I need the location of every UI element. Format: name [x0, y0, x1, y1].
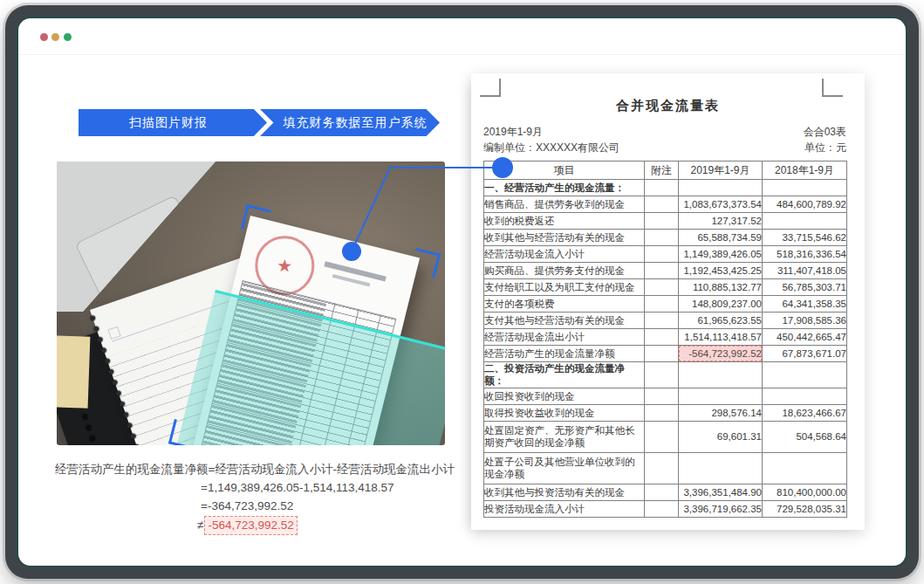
traffic-light-minimize-button[interactable]	[51, 33, 59, 41]
table-row: 处置子公司及其他营业单位收到的现金净额	[484, 452, 847, 484]
table-row: 收到其他与经营活动有关的现金65,588,734.5933,715,546.62	[484, 230, 847, 246]
window-frame: 扫描图片财报 填充财务数据至用户系统 ★	[5, 5, 919, 579]
table-cell: 298,576.14	[679, 404, 763, 421]
traffic-light-zoom-button[interactable]	[64, 33, 72, 41]
table-cell	[645, 263, 679, 279]
table-cell: 311,407,418.05	[763, 263, 847, 279]
mismatch-value-highlight: -564,723,992.52	[204, 516, 297, 535]
table-cell: 69,601.31	[679, 421, 763, 452]
scanned-document-photo: ★	[57, 161, 445, 445]
table-cell	[679, 180, 763, 196]
formula-line-1: 经营活动产生的现金流量净额=经营活动现金流入小计-经营活动现金流出小计	[55, 461, 455, 478]
table-row: 经营活动产生的现金流量净额-564,723,992.5267,873,671.0…	[484, 346, 847, 362]
table-cell	[763, 452, 847, 484]
table-row: 支付其他与经营活动有关的现金61,965,623.5517,908,585.36	[484, 313, 847, 329]
table-cell: 64,341,358.35	[763, 296, 847, 313]
table-cell: 购买商品、提供劳务支付的现金	[484, 263, 645, 279]
table-cell: 56,785,303.71	[763, 279, 847, 296]
doc-title-placeholder	[324, 261, 386, 281]
column-header: 2018年1-9月	[763, 161, 847, 180]
table-row: 取得投资收益收到的现金298,576.1418,623,466.67	[484, 404, 847, 421]
table-cell	[645, 484, 679, 500]
report-sheet-code: 会合03表	[804, 125, 846, 140]
table-row: 收到其他与投资活动有关的现金3,396,351,484.90810,400,00…	[484, 484, 847, 500]
table-cell: 504,568.64	[763, 421, 847, 452]
table-cell: 450,442,665.47	[763, 329, 847, 346]
table-cell	[645, 313, 679, 329]
table-cell	[645, 346, 679, 362]
column-header: 附注	[645, 161, 679, 180]
table-cell: 二、投资活动产生的现金流量净额：	[484, 362, 645, 388]
table-row: 处置固定资产、无形资产和其他长期资产收回的现金净额69,601.31504,56…	[484, 421, 847, 452]
table-cell: 148,809,237.00	[679, 296, 763, 313]
formula-line-2: =1,149,389,426.05-1,514,113,418.57	[201, 479, 394, 497]
formula-line-3: =-364,723,992.52	[201, 498, 293, 515]
table-cell: 处置子公司及其他营业单位收到的现金净额	[484, 452, 645, 484]
report-meta-row-1: 2019年1-9月 会合03表	[483, 125, 846, 140]
table-cell	[645, 362, 679, 388]
table-cell	[645, 452, 679, 484]
table-cell: 经营活动现金流入小计	[484, 246, 645, 263]
table-cell	[645, 196, 679, 213]
table-row: 收到的税费返还127,317.52	[484, 213, 847, 230]
table-row: 二、投资活动产生的现金流量净额：	[484, 362, 847, 388]
table-cell: 18,623,466.67	[763, 404, 847, 421]
table-row: 销售商品、提供劳务收到的现金1,083,673,373.54484,600,78…	[484, 196, 847, 213]
report-table-body: 一、经营活动产生的现金流量：销售商品、提供劳务收到的现金1,083,673,37…	[484, 180, 847, 518]
table-row: 一、经营活动产生的现金流量：	[484, 180, 847, 196]
table-cell: 484,600,789.92	[763, 196, 847, 213]
table-cell: 销售商品、提供劳务收到的现金	[484, 196, 645, 213]
table-cell	[679, 362, 763, 388]
table-cell	[679, 452, 763, 484]
flow-step-scan-label: 扫描图片财报	[129, 115, 208, 131]
column-header: 2019年1-9月	[679, 161, 763, 180]
table-cell	[645, 404, 679, 421]
table-cell: 支付其他与经营活动有关的现金	[484, 313, 645, 329]
column-header: 项目	[484, 161, 645, 180]
table-cell: 1,149,389,426.05	[679, 246, 763, 263]
table-cell: 67,873,671.07	[763, 346, 847, 362]
table-row: 支付给职工以及为职工支付的现金110,885,132.7756,785,303.…	[484, 279, 847, 296]
table-cell: 投资活动现金流入小计	[484, 500, 645, 517]
table-cell: 810,400,000.00	[763, 484, 847, 500]
table-cell: 518,316,336.54	[763, 246, 847, 263]
table-cell: 一、经营活动产生的现金流量：	[484, 180, 645, 196]
table-row: 经营活动现金流入小计1,149,389,426.05518,316,336.54	[484, 246, 847, 263]
table-row: 经营活动现金流出小计1,514,113,418.57450,442,665.47	[484, 329, 847, 346]
traffic-light-close-button[interactable]	[40, 33, 48, 41]
table-header-row: 项目附注2019年1-9月2018年1-9月	[484, 161, 847, 180]
titlebar-divider	[18, 54, 906, 55]
table-cell: 1,083,673,373.54	[679, 196, 763, 213]
report-meta-row-2: 编制单位：XXXXXX有限公司 单位：元	[483, 141, 846, 155]
table-cell	[679, 388, 763, 404]
table-cell: 33,715,546.62	[763, 230, 847, 246]
table-cell	[645, 230, 679, 246]
table-cell	[763, 362, 847, 388]
table-cell: 收回投资收到的现金	[484, 388, 645, 404]
table-cell: 3,396,719,662.35	[679, 500, 763, 517]
flow-step-fill-label: 填充财务数据至用户系统	[284, 115, 428, 131]
cash-flow-table: 项目附注2019年1-9月2018年1-9月 一、经营活动产生的现金流量：销售商…	[483, 161, 847, 518]
crop-mark-right-icon	[822, 79, 843, 97]
table-cell	[645, 329, 679, 346]
table-cell: 经营活动产生的现金流量净额	[484, 346, 645, 362]
formula-line-4: ≠ -564,723,992.52	[197, 516, 298, 535]
table-cell: 61,965,623.55	[679, 313, 763, 329]
table-cell: 65,588,734.59	[679, 230, 763, 246]
table-cell	[645, 296, 679, 313]
table-row: 收回投资收到的现金	[484, 388, 847, 404]
table-cell: 110,885,132.77	[679, 279, 763, 296]
table-cell	[645, 421, 679, 452]
table-row: 支付的各项税费148,809,237.0064,341,358.35	[484, 296, 847, 313]
table-cell: -564,723,992.52	[679, 346, 763, 362]
table-cell: 取得投资收益收到的现金	[484, 404, 645, 421]
report-title: 合并现金流量表	[471, 98, 865, 114]
table-cell	[645, 180, 679, 196]
app-stage: 扫描图片财报 填充财务数据至用户系统 ★	[0, 0, 924, 584]
table-cell: 收到其他与经营活动有关的现金	[484, 230, 645, 246]
table-row: 购买商品、提供劳务支付的现金1,192,453,425.25311,407,41…	[484, 263, 847, 279]
table-cell: 1,192,453,425.25	[679, 263, 763, 279]
table-cell: 支付的各项税费	[484, 296, 645, 313]
table-row: 投资活动现金流入小计3,396,719,662.35729,528,035.31	[484, 500, 847, 517]
table-cell	[763, 180, 847, 196]
